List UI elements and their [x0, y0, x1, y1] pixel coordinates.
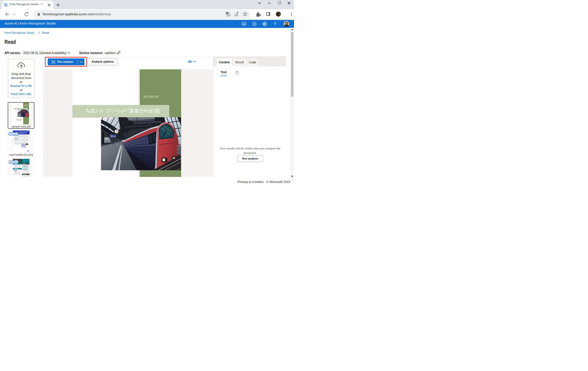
svg-text:15: 15 — [114, 135, 116, 137]
svg-text:?: ? — [274, 21, 276, 26]
svg-text:A: A — [111, 135, 113, 137]
